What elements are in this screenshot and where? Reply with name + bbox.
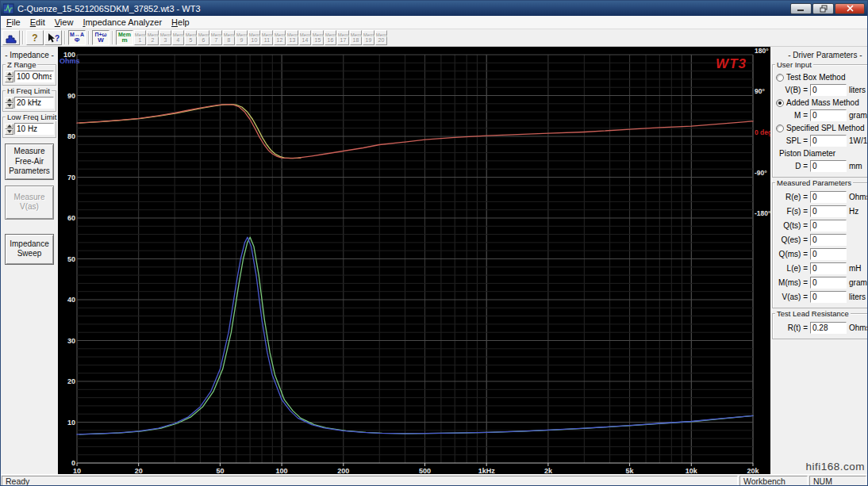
mem-button-19[interactable]: Mem19 bbox=[363, 30, 374, 45]
spl-input[interactable] bbox=[810, 135, 847, 147]
measured-param-row: Q(ts) = bbox=[776, 220, 868, 232]
svg-text:10k: 10k bbox=[686, 467, 698, 474]
mass-input[interactable] bbox=[810, 109, 847, 121]
measure-free-air-button[interactable]: Measure Free-Air Parameters bbox=[5, 144, 54, 180]
svg-text:20: 20 bbox=[67, 377, 75, 385]
param-unit: liters bbox=[849, 293, 866, 301]
svg-text:0 deg: 0 deg bbox=[755, 128, 770, 136]
mem-button-12[interactable]: Mem12 bbox=[274, 30, 286, 45]
param-value-qms[interactable] bbox=[810, 248, 847, 260]
param-value-qes[interactable] bbox=[810, 234, 847, 246]
spin-down-icon[interactable] bbox=[5, 103, 13, 109]
test-lead-resistance-label: Test Lead Resistance bbox=[775, 309, 851, 318]
context-help-icon: ? bbox=[47, 33, 60, 44]
param-value-vas[interactable] bbox=[810, 291, 847, 303]
svg-text:50: 50 bbox=[67, 255, 75, 263]
driver-parameters-panel: - Driver Parameters - User Input Test Bo… bbox=[770, 47, 868, 474]
mem-button-1[interactable]: Mem1 bbox=[134, 30, 146, 45]
spin-down-icon[interactable] bbox=[5, 129, 13, 135]
minimize-button[interactable] bbox=[790, 3, 812, 14]
watermark: hifi168.com bbox=[805, 461, 865, 473]
mem-button-14[interactable]: Mem14 bbox=[299, 30, 311, 45]
rt-input[interactable] bbox=[810, 322, 847, 334]
piston-d-input[interactable] bbox=[810, 160, 847, 172]
mem-button-10[interactable]: Mem10 bbox=[248, 30, 260, 45]
param-value-qts[interactable] bbox=[810, 220, 847, 232]
menu-view[interactable]: View bbox=[50, 17, 79, 28]
measured-parameters-group: Measured Parameters R(e) =OhmsF(s) =HzQ(… bbox=[772, 182, 868, 308]
svg-text:180°: 180° bbox=[755, 47, 769, 55]
mem-button-5[interactable]: Mem5 bbox=[185, 30, 197, 45]
measure-vas-button[interactable]: Measure V(as) bbox=[5, 186, 54, 220]
measured-parameters-label: Measured Parameters bbox=[775, 178, 853, 187]
z-range-spinner[interactable] bbox=[5, 71, 13, 82]
radio-selected-icon[interactable] bbox=[776, 99, 784, 107]
radio-icon[interactable] bbox=[776, 74, 784, 82]
hi-freq-spinner[interactable] bbox=[5, 98, 13, 109]
menu-help[interactable]: Help bbox=[167, 17, 194, 28]
param-value-fs[interactable] bbox=[810, 205, 847, 217]
param-label: Q(ts) = bbox=[776, 221, 808, 230]
mem-button-9[interactable]: Mem9 bbox=[236, 30, 248, 45]
impedance-chart-canvas: 1020501002005001kHz2k5k10k20k01020304050… bbox=[58, 47, 770, 474]
mem-button-7[interactable]: Mem7 bbox=[210, 30, 222, 45]
mem-button-16[interactable]: Mem16 bbox=[325, 30, 336, 45]
low-freq-limit-value[interactable] bbox=[14, 123, 54, 135]
magnitude-phase-toggle[interactable]: M↔AΦ bbox=[68, 30, 86, 45]
mem-button-20[interactable]: Mem20 bbox=[375, 30, 387, 45]
test-box-method-radio[interactable]: Test Box Method bbox=[776, 73, 868, 82]
hi-freq-limit-group: Hi Freq Limit bbox=[2, 90, 56, 112]
mem-button-8[interactable]: Mem8 bbox=[223, 30, 235, 45]
impedance-sweep-button[interactable]: Impedance Sweep bbox=[5, 234, 54, 265]
svg-text:20k: 20k bbox=[747, 467, 759, 474]
spin-up-icon[interactable] bbox=[5, 124, 13, 129]
help-button[interactable]: ? bbox=[26, 30, 44, 45]
specified-spl-method-radio[interactable]: Specified SPL Method bbox=[776, 124, 868, 132]
toolbar-separator bbox=[88, 31, 90, 44]
vb-field-row: V(B) = liters bbox=[776, 84, 868, 96]
radio-icon[interactable] bbox=[776, 124, 784, 132]
mem-button-4[interactable]: Mem4 bbox=[172, 30, 184, 45]
close-button[interactable] bbox=[835, 3, 865, 14]
context-help-button[interactable]: ? bbox=[44, 30, 62, 45]
measured-param-row: Q(ms) = bbox=[776, 248, 868, 260]
restore-button[interactable] bbox=[812, 3, 834, 14]
spin-down-icon[interactable] bbox=[5, 77, 13, 82]
titlebar[interactable]: C-Quenze_15-521206SDKM_37852.wt3 - WT3 bbox=[1, 1, 867, 16]
piston-diameter-label: Piston Diameter bbox=[779, 149, 868, 158]
svg-text:2k: 2k bbox=[544, 467, 553, 474]
spin-up-icon[interactable] bbox=[5, 71, 13, 77]
mem-button-17[interactable]: Mem17 bbox=[337, 30, 349, 45]
spl-label: SPL = bbox=[776, 136, 808, 145]
added-mass-method-radio[interactable]: Added Mass Method bbox=[776, 98, 868, 107]
menu-edit[interactable]: Edit bbox=[25, 17, 50, 28]
spin-up-icon[interactable] bbox=[5, 98, 13, 103]
param-label: V(as) = bbox=[776, 293, 808, 301]
hi-freq-limit-value[interactable] bbox=[14, 97, 54, 109]
param-value-re[interactable] bbox=[810, 191, 847, 203]
mem-button-3[interactable]: Mem3 bbox=[159, 30, 171, 45]
vb-input[interactable] bbox=[810, 84, 847, 96]
mem-button-18[interactable]: Mem18 bbox=[350, 30, 362, 45]
param-value-le[interactable] bbox=[810, 262, 847, 274]
menu-impedance-analyzer[interactable]: Impedance Analyzer bbox=[78, 17, 167, 28]
toolbar-separator bbox=[22, 31, 24, 44]
phase-sweep-prev bbox=[79, 105, 301, 159]
power-test-toggle[interactable]: Π+ωW bbox=[92, 30, 109, 45]
mem-button-13[interactable]: Mem13 bbox=[286, 30, 298, 45]
spl-unit: 1W/1m bbox=[849, 136, 868, 145]
mem-button-2[interactable]: Mem2 bbox=[147, 30, 159, 45]
svg-text:80: 80 bbox=[67, 132, 75, 140]
vb-unit: liters bbox=[849, 86, 866, 94]
menu-file[interactable]: File bbox=[2, 17, 25, 28]
param-value-mms[interactable] bbox=[810, 277, 847, 289]
impedance-display-button[interactable] bbox=[2, 30, 20, 45]
mem-button-6[interactable]: Mem6 bbox=[198, 30, 209, 45]
svg-text:50: 50 bbox=[216, 467, 224, 474]
mem-button-11[interactable]: Mem11 bbox=[261, 30, 273, 45]
mem-button-15[interactable]: Mem15 bbox=[312, 30, 324, 45]
low-freq-spinner[interactable] bbox=[5, 124, 13, 135]
vb-label: V(B) = bbox=[776, 86, 808, 94]
mem-live-toggle[interactable]: Memm bbox=[116, 30, 133, 45]
z-range-value[interactable] bbox=[14, 71, 54, 82]
